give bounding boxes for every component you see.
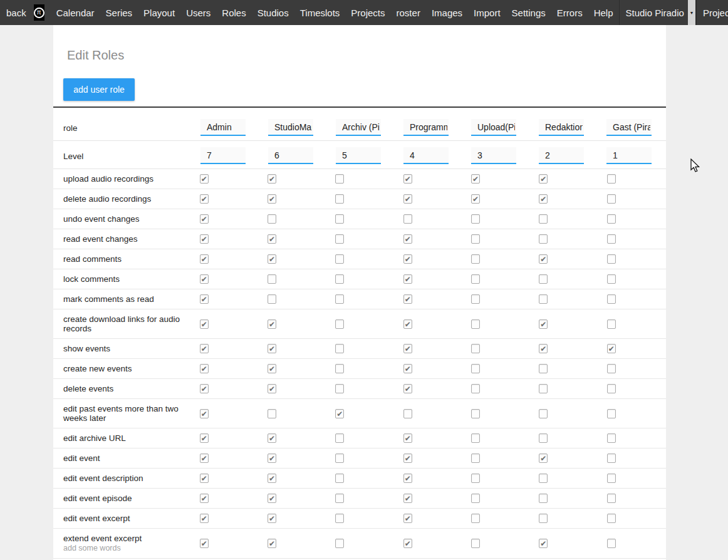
- permission-checkbox[interactable]: [471, 234, 480, 244]
- permission-checkbox[interactable]: [200, 194, 209, 204]
- permission-checkbox[interactable]: [403, 384, 412, 393]
- permission-checkbox[interactable]: [471, 294, 480, 304]
- project-select[interactable]: Project 88vier ▼: [696, 0, 728, 25]
- permission-checkbox[interactable]: [335, 433, 344, 443]
- permission-checkbox[interactable]: [200, 409, 209, 418]
- permission-checkbox[interactable]: [268, 514, 276, 523]
- permission-checkbox[interactable]: [471, 514, 480, 523]
- permission-checkbox[interactable]: [335, 474, 344, 483]
- permission-checkbox[interactable]: [268, 409, 276, 418]
- role-level-input[interactable]: [403, 147, 449, 164]
- studio-select[interactable]: Studio Piradio ▼: [619, 0, 696, 25]
- permission-checkbox[interactable]: [335, 494, 344, 503]
- permission-checkbox[interactable]: [471, 454, 480, 463]
- permission-checkbox[interactable]: [268, 454, 276, 463]
- permission-checkbox[interactable]: [335, 274, 344, 284]
- permission-checkbox[interactable]: [200, 474, 209, 483]
- permission-checkbox[interactable]: [539, 274, 548, 284]
- permission-checkbox[interactable]: [268, 194, 276, 204]
- permission-checkbox[interactable]: [268, 384, 276, 393]
- permission-checkbox[interactable]: [539, 234, 548, 244]
- nav-item-playout[interactable]: Playout: [138, 8, 180, 18]
- nav-item-projects[interactable]: Projects: [345, 8, 390, 18]
- permission-checkbox[interactable]: [607, 234, 616, 244]
- permission-checkbox[interactable]: [539, 494, 548, 503]
- permission-checkbox[interactable]: [335, 539, 344, 548]
- permission-checkbox[interactable]: [200, 214, 209, 224]
- permission-checkbox[interactable]: [607, 364, 616, 373]
- nav-item-timeslots[interactable]: Timeslots: [294, 8, 346, 18]
- permission-checkbox[interactable]: [539, 364, 548, 373]
- role-level-input[interactable]: [471, 147, 516, 164]
- permission-checkbox[interactable]: [539, 539, 548, 548]
- permission-checkbox[interactable]: [403, 294, 412, 304]
- permission-checkbox[interactable]: [471, 174, 480, 184]
- permission-checkbox[interactable]: [403, 494, 412, 503]
- nav-item-roles[interactable]: Roles: [216, 8, 251, 18]
- permission-checkbox[interactable]: [607, 474, 616, 483]
- permission-checkbox[interactable]: [335, 194, 344, 204]
- permission-checkbox[interactable]: [539, 474, 548, 483]
- permission-checkbox[interactable]: [335, 364, 344, 373]
- role-name-input[interactable]: [200, 119, 246, 136]
- permission-checkbox[interactable]: [607, 344, 616, 353]
- permission-checkbox[interactable]: [268, 344, 276, 353]
- permission-checkbox[interactable]: [200, 274, 209, 284]
- permission-checkbox[interactable]: [403, 234, 412, 244]
- permission-checkbox[interactable]: [268, 274, 276, 284]
- role-name-input[interactable]: [403, 119, 449, 136]
- role-name-input[interactable]: [268, 119, 313, 136]
- permission-checkbox[interactable]: [403, 214, 412, 224]
- permission-checkbox[interactable]: [471, 474, 480, 483]
- role-name-input[interactable]: [471, 119, 516, 136]
- permission-checkbox[interactable]: [268, 254, 276, 264]
- permission-checkbox[interactable]: [200, 454, 209, 463]
- permission-checkbox[interactable]: [403, 409, 412, 418]
- permission-checkbox[interactable]: [200, 254, 209, 264]
- permission-checkbox[interactable]: [268, 474, 276, 483]
- permission-checkbox[interactable]: [403, 433, 412, 443]
- permission-checkbox[interactable]: [268, 234, 276, 244]
- permission-checkbox[interactable]: [335, 344, 344, 353]
- permission-checkbox[interactable]: [403, 454, 412, 463]
- permission-checkbox[interactable]: [335, 514, 344, 523]
- permission-checkbox[interactable]: [268, 214, 276, 224]
- permission-checkbox[interactable]: [607, 454, 616, 463]
- permission-checkbox[interactable]: [471, 274, 480, 284]
- permission-checkbox[interactable]: [539, 433, 548, 443]
- permission-checkbox[interactable]: [403, 174, 412, 184]
- permission-checkbox[interactable]: [335, 234, 344, 244]
- permission-checkbox[interactable]: [539, 384, 548, 393]
- permission-checkbox[interactable]: [471, 384, 480, 393]
- permission-checkbox[interactable]: [403, 254, 412, 264]
- permission-checkbox[interactable]: [471, 433, 480, 443]
- role-level-input[interactable]: [200, 147, 246, 164]
- permission-checkbox[interactable]: [335, 384, 344, 393]
- permission-checkbox[interactable]: [607, 384, 616, 393]
- permission-checkbox[interactable]: [335, 254, 344, 264]
- permission-checkbox[interactable]: [539, 214, 548, 224]
- role-level-input[interactable]: [336, 147, 381, 164]
- permission-checkbox[interactable]: [403, 474, 412, 483]
- permission-checkbox[interactable]: [403, 364, 412, 373]
- role-name-input[interactable]: [539, 119, 584, 136]
- nav-item-settings[interactable]: Settings: [506, 8, 551, 18]
- permission-checkbox[interactable]: [200, 384, 209, 393]
- permission-checkbox[interactable]: [200, 494, 209, 503]
- nav-item-calendar[interactable]: Calendar: [51, 8, 100, 18]
- role-level-input[interactable]: [539, 147, 584, 164]
- permission-checkbox[interactable]: [200, 294, 209, 304]
- permission-checkbox[interactable]: [471, 409, 480, 418]
- back-link[interactable]: back: [0, 8, 34, 18]
- role-name-input[interactable]: [606, 119, 652, 136]
- permission-checkbox[interactable]: [539, 409, 548, 418]
- permission-checkbox[interactable]: [268, 319, 276, 329]
- permission-checkbox[interactable]: [335, 214, 344, 224]
- permission-checkbox[interactable]: [200, 174, 209, 184]
- role-name-input[interactable]: [336, 119, 381, 136]
- nav-item-import[interactable]: Import: [468, 8, 506, 18]
- permission-checkbox[interactable]: [200, 234, 209, 244]
- nav-item-studios[interactable]: Studios: [252, 8, 294, 18]
- permission-checkbox[interactable]: [607, 319, 616, 329]
- permission-checkbox[interactable]: [539, 514, 548, 523]
